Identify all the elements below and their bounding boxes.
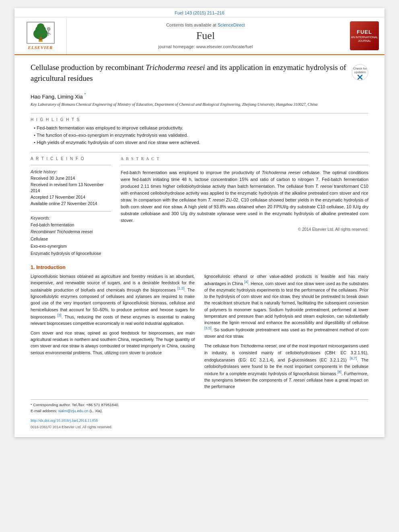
divider-3 bbox=[31, 165, 111, 165]
ref-1-2[interactable]: [1,2] bbox=[177, 286, 185, 290]
highlights-label: H I G H L I G H T S bbox=[31, 117, 368, 122]
info-abstract-section: A R T I C L E I N F O Article history: R… bbox=[31, 156, 368, 257]
crossmark-icon: Check for updates bbox=[352, 64, 368, 81]
crossmark-section[interactable]: Check for updates bbox=[352, 64, 368, 82]
doi-link[interactable]: http://dx.doi.org/10.1016/j.fuel.2014.11… bbox=[31, 419, 98, 423]
svg-text:updates: updates bbox=[354, 70, 366, 74]
ref-3-5[interactable]: [3,5] bbox=[204, 326, 212, 330]
svg-text:Check for: Check for bbox=[353, 67, 367, 70]
keyword-5: Enzymatic hydrolysis of lignocellulose bbox=[31, 250, 111, 257]
affiliation: Key Laboratory of Biomass Chemical Engin… bbox=[31, 102, 368, 107]
keyword-4: Exo-exo-synergism bbox=[31, 243, 111, 250]
svg-rect-4 bbox=[39, 37, 42, 40]
authors-line: Hao Fang, Liming Xia * bbox=[31, 92, 368, 100]
abstract-label: A B S T R A C T bbox=[121, 156, 368, 161]
svg-point-3 bbox=[37, 23, 44, 30]
highlight-item-1: Fed-batch fermentation was employed to i… bbox=[31, 124, 368, 131]
fuel-badge-section: FUEL AN INTERNATIONALJOURNAL bbox=[344, 17, 385, 54]
corresponding-author: * Corresponding author. Tel./fax: +86 57… bbox=[31, 402, 368, 408]
intro-right-col: lignocellulosic ethanol or other value-a… bbox=[204, 273, 368, 393]
keywords-label: Keywords: bbox=[31, 216, 111, 220]
introduction-section: 1. Introduction Lignocellulosic biomass … bbox=[31, 265, 368, 393]
journal-homepage: journal homepage: www.elsevier.com/locat… bbox=[158, 44, 253, 49]
elsevier-tree-icon bbox=[27, 22, 55, 44]
svg-point-5 bbox=[47, 27, 50, 31]
article-content: Cellulase production by recombinant Tric… bbox=[14, 55, 385, 437]
divider-4 bbox=[31, 211, 111, 212]
ref-8[interactable]: [8] bbox=[337, 370, 341, 374]
article-info: A R T I C L E I N F O Article history: R… bbox=[31, 156, 111, 257]
intro-para-3: lignocellulosic ethanol or other value-a… bbox=[204, 273, 368, 340]
abstract-section: A B S T R A C T Fed-batch fermentation w… bbox=[121, 156, 368, 257]
intro-para-1: Lignocellulosic biomass obtained as agri… bbox=[31, 273, 195, 327]
received-date: Received 30 June 2014 bbox=[31, 175, 111, 182]
keyword-3: Cellulase bbox=[31, 236, 111, 243]
intro-columns: Lignocellulosic biomass obtained as agri… bbox=[31, 273, 368, 393]
highlights-section: H I G H L I G H T S Fed-batch fermentati… bbox=[31, 117, 368, 146]
divider-5 bbox=[121, 165, 368, 165]
journal-name: Fuel bbox=[196, 30, 215, 42]
keyword-2: Recombinant Trichoderma reesei bbox=[31, 228, 111, 236]
email-address: E-mail address: xialm@zju.edu.cn (L. Xia… bbox=[31, 408, 368, 414]
divider-1 bbox=[31, 113, 368, 113]
intro-para-2: Corn stover and rice straw, opined as go… bbox=[31, 330, 195, 356]
intro-para-4: The cellulase from Trichoderma reesei, o… bbox=[204, 343, 368, 390]
fuel-journal-badge: FUEL AN INTERNATIONALJOURNAL bbox=[350, 21, 379, 50]
sciencedirect-link[interactable]: ScienceDirect bbox=[218, 23, 245, 27]
issn-copyright: 0016-2361/© 2014 Elsevier Ltd. All right… bbox=[31, 425, 368, 429]
article-info-label: A R T I C L E I N F O bbox=[31, 156, 111, 161]
elsevier-logo-section: ELSEVIER bbox=[14, 17, 67, 54]
ref-4[interactable]: [4] bbox=[244, 280, 248, 284]
footnote-section: * Corresponding author. Tel./fax: +86 57… bbox=[31, 399, 368, 429]
highlight-item-3: High yields of enzymatic hydrolysis of c… bbox=[31, 139, 368, 146]
keywords-section: Keywords: Fed-batch fermentation Recombi… bbox=[31, 216, 111, 257]
abstract-text: Fed-batch fermentation was employed to i… bbox=[121, 169, 368, 224]
accepted-date: Accepted 17 November 2014 bbox=[31, 194, 111, 201]
citation-bar: Fuel 143 (2015) 211–216 bbox=[14, 8, 385, 17]
highlight-item-2: The function of exo–exo-synergism in enz… bbox=[31, 131, 368, 139]
elsevier-wordmark: ELSEVIER bbox=[28, 45, 53, 50]
journal-title-section: Contents lists available at ScienceDirec… bbox=[67, 17, 344, 54]
ref-3[interactable]: [3] bbox=[58, 313, 62, 317]
ref-6-7[interactable]: [6,7] bbox=[350, 356, 357, 360]
intro-left-col: Lignocellulosic biomass obtained as agri… bbox=[31, 273, 195, 393]
keyword-1: Fed-batch fermentation bbox=[31, 222, 111, 229]
copyright: © 2014 Elsevier Ltd. All rights reserved… bbox=[121, 227, 368, 232]
article-title: Cellulase production by recombinant Tric… bbox=[31, 62, 347, 84]
available-date: Available online 27 November 2014 bbox=[31, 201, 111, 207]
journal-header: ELSEVIER Contents lists available at Sci… bbox=[14, 17, 385, 55]
intro-heading: 1. Introduction bbox=[31, 265, 368, 270]
sciencedirect-line: Contents lists available at ScienceDirec… bbox=[166, 23, 245, 27]
revised-date: Received in revised form 13 November 201… bbox=[31, 182, 111, 195]
email-link[interactable]: xialm@zju.edu.cn bbox=[58, 409, 88, 413]
divider-2 bbox=[31, 152, 368, 152]
history-label: Article history: bbox=[31, 169, 111, 174]
